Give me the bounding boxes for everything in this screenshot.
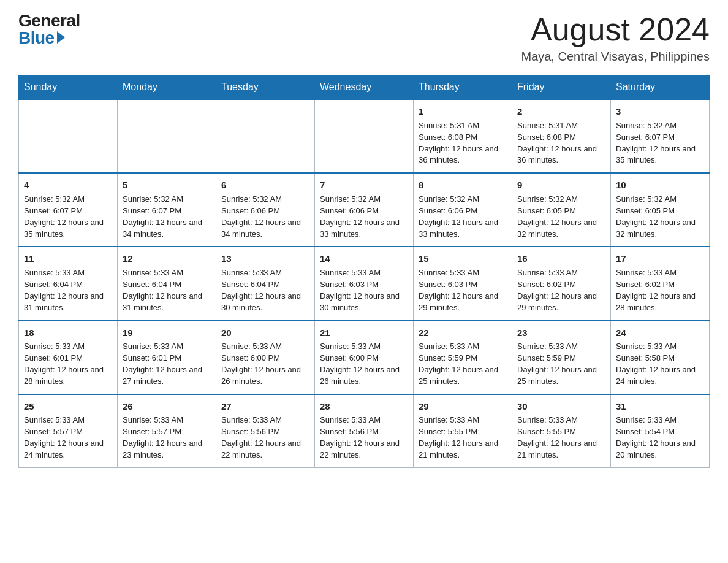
day-info: Sunrise: 5:31 AM Sunset: 6:08 PM Dayligh… xyxy=(419,120,507,166)
calendar-cell: 30Sunrise: 5:33 AM Sunset: 5:55 PM Dayli… xyxy=(512,394,611,468)
day-info: Sunrise: 5:32 AM Sunset: 6:06 PM Dayligh… xyxy=(221,194,309,240)
day-info: Sunrise: 5:32 AM Sunset: 6:07 PM Dayligh… xyxy=(616,120,704,166)
calendar-cell: 25Sunrise: 5:33 AM Sunset: 5:57 PM Dayli… xyxy=(19,394,118,468)
day-info: Sunrise: 5:33 AM Sunset: 5:58 PM Dayligh… xyxy=(616,341,704,387)
logo-triangle-icon xyxy=(57,31,65,44)
calendar-cell: 26Sunrise: 5:33 AM Sunset: 5:57 PM Dayli… xyxy=(118,394,216,468)
day-info: Sunrise: 5:32 AM Sunset: 6:06 PM Dayligh… xyxy=(419,194,507,240)
day-number: 21 xyxy=(320,326,408,340)
day-number: 17 xyxy=(616,252,704,266)
calendar-header-row: SundayMondayTuesdayWednesdayThursdayFrid… xyxy=(19,75,710,100)
day-number: 6 xyxy=(221,178,309,192)
title-area: August 2024 Maya, Central Visayas, Phili… xyxy=(521,12,710,64)
day-info: Sunrise: 5:32 AM Sunset: 6:06 PM Dayligh… xyxy=(320,194,408,240)
logo-blue-text: Blue xyxy=(18,29,55,47)
day-info: Sunrise: 5:31 AM Sunset: 6:08 PM Dayligh… xyxy=(517,120,605,166)
logo-general-text: General xyxy=(18,12,80,29)
day-info: Sunrise: 5:33 AM Sunset: 5:54 PM Dayligh… xyxy=(616,415,704,461)
day-number: 8 xyxy=(419,178,507,192)
day-info: Sunrise: 5:33 AM Sunset: 6:04 PM Dayligh… xyxy=(221,267,309,313)
calendar-cell: 19Sunrise: 5:33 AM Sunset: 6:01 PM Dayli… xyxy=(118,321,216,394)
calendar-cell: 16Sunrise: 5:33 AM Sunset: 6:02 PM Dayli… xyxy=(512,247,611,320)
location-title: Maya, Central Visayas, Philippines xyxy=(521,50,710,64)
day-number: 29 xyxy=(419,400,507,413)
calendar-week-row: 25Sunrise: 5:33 AM Sunset: 5:57 PM Dayli… xyxy=(19,394,710,468)
weekday-header-wednesday: Wednesday xyxy=(315,75,414,100)
calendar-cell xyxy=(19,99,118,173)
calendar-week-row: 11Sunrise: 5:33 AM Sunset: 6:04 PM Dayli… xyxy=(19,247,710,320)
day-number: 11 xyxy=(24,252,112,266)
day-number: 22 xyxy=(419,326,507,340)
day-info: Sunrise: 5:33 AM Sunset: 5:56 PM Dayligh… xyxy=(320,415,408,461)
day-info: Sunrise: 5:32 AM Sunset: 6:05 PM Dayligh… xyxy=(517,194,605,240)
calendar-cell: 1Sunrise: 5:31 AM Sunset: 6:08 PM Daylig… xyxy=(414,99,512,173)
calendar-cell: 15Sunrise: 5:33 AM Sunset: 6:03 PM Dayli… xyxy=(414,247,512,320)
day-info: Sunrise: 5:33 AM Sunset: 6:01 PM Dayligh… xyxy=(123,341,211,387)
day-info: Sunrise: 5:33 AM Sunset: 6:03 PM Dayligh… xyxy=(320,267,408,313)
calendar-cell: 18Sunrise: 5:33 AM Sunset: 6:01 PM Dayli… xyxy=(19,321,118,394)
calendar-week-row: 4Sunrise: 5:32 AM Sunset: 6:07 PM Daylig… xyxy=(19,173,710,247)
day-number: 24 xyxy=(616,326,704,340)
day-info: Sunrise: 5:33 AM Sunset: 5:57 PM Dayligh… xyxy=(123,415,211,461)
calendar-cell: 31Sunrise: 5:33 AM Sunset: 5:54 PM Dayli… xyxy=(611,394,710,468)
calendar-week-row: 1Sunrise: 5:31 AM Sunset: 6:08 PM Daylig… xyxy=(19,99,710,173)
calendar-cell: 3Sunrise: 5:32 AM Sunset: 6:07 PM Daylig… xyxy=(611,99,710,173)
day-info: Sunrise: 5:33 AM Sunset: 5:57 PM Dayligh… xyxy=(24,415,112,461)
calendar-cell: 29Sunrise: 5:33 AM Sunset: 5:55 PM Dayli… xyxy=(414,394,512,468)
day-info: Sunrise: 5:33 AM Sunset: 5:59 PM Dayligh… xyxy=(517,341,605,387)
day-number: 18 xyxy=(24,326,112,340)
day-number: 7 xyxy=(320,178,408,192)
calendar-cell: 13Sunrise: 5:33 AM Sunset: 6:04 PM Dayli… xyxy=(216,247,315,320)
weekday-header-tuesday: Tuesday xyxy=(216,75,315,100)
day-number: 4 xyxy=(24,178,112,192)
day-number: 13 xyxy=(221,252,309,266)
calendar-cell: 5Sunrise: 5:32 AM Sunset: 6:07 PM Daylig… xyxy=(118,173,216,247)
day-number: 15 xyxy=(419,252,507,266)
day-number: 16 xyxy=(517,252,605,266)
calendar-cell xyxy=(216,99,315,173)
day-info: Sunrise: 5:32 AM Sunset: 6:07 PM Dayligh… xyxy=(123,194,211,240)
weekday-header-saturday: Saturday xyxy=(611,75,710,100)
day-number: 31 xyxy=(616,400,704,413)
logo: General Blue xyxy=(18,12,80,47)
day-info: Sunrise: 5:32 AM Sunset: 6:05 PM Dayligh… xyxy=(616,194,704,240)
day-info: Sunrise: 5:33 AM Sunset: 6:04 PM Dayligh… xyxy=(123,267,211,313)
calendar-cell: 2Sunrise: 5:31 AM Sunset: 6:08 PM Daylig… xyxy=(512,99,611,173)
day-info: Sunrise: 5:33 AM Sunset: 5:59 PM Dayligh… xyxy=(419,341,507,387)
calendar-cell: 11Sunrise: 5:33 AM Sunset: 6:04 PM Dayli… xyxy=(19,247,118,320)
day-number: 26 xyxy=(123,400,211,413)
day-number: 12 xyxy=(123,252,211,266)
calendar-week-row: 18Sunrise: 5:33 AM Sunset: 6:01 PM Dayli… xyxy=(19,321,710,394)
calendar-cell: 10Sunrise: 5:32 AM Sunset: 6:05 PM Dayli… xyxy=(611,173,710,247)
day-info: Sunrise: 5:33 AM Sunset: 5:55 PM Dayligh… xyxy=(517,415,605,461)
day-number: 14 xyxy=(320,252,408,266)
calendar-cell: 14Sunrise: 5:33 AM Sunset: 6:03 PM Dayli… xyxy=(315,247,414,320)
day-number: 9 xyxy=(517,178,605,192)
calendar-cell xyxy=(315,99,414,173)
day-info: Sunrise: 5:33 AM Sunset: 6:02 PM Dayligh… xyxy=(517,267,605,313)
day-number: 2 xyxy=(517,105,605,118)
month-title: August 2024 xyxy=(521,12,710,47)
calendar-cell: 9Sunrise: 5:32 AM Sunset: 6:05 PM Daylig… xyxy=(512,173,611,247)
calendar-cell: 24Sunrise: 5:33 AM Sunset: 5:58 PM Dayli… xyxy=(611,321,710,394)
weekday-header-monday: Monday xyxy=(118,75,216,100)
weekday-header-friday: Friday xyxy=(512,75,611,100)
calendar-cell: 22Sunrise: 5:33 AM Sunset: 5:59 PM Dayli… xyxy=(414,321,512,394)
calendar-cell: 28Sunrise: 5:33 AM Sunset: 5:56 PM Dayli… xyxy=(315,394,414,468)
weekday-header-sunday: Sunday xyxy=(19,75,118,100)
weekday-header-thursday: Thursday xyxy=(414,75,512,100)
day-info: Sunrise: 5:32 AM Sunset: 6:07 PM Dayligh… xyxy=(24,194,112,240)
day-number: 20 xyxy=(221,326,309,340)
calendar-cell: 12Sunrise: 5:33 AM Sunset: 6:04 PM Dayli… xyxy=(118,247,216,320)
calendar-cell: 23Sunrise: 5:33 AM Sunset: 5:59 PM Dayli… xyxy=(512,321,611,394)
day-info: Sunrise: 5:33 AM Sunset: 5:55 PM Dayligh… xyxy=(419,415,507,461)
day-number: 1 xyxy=(419,105,507,118)
day-info: Sunrise: 5:33 AM Sunset: 5:56 PM Dayligh… xyxy=(221,415,309,461)
day-info: Sunrise: 5:33 AM Sunset: 6:00 PM Dayligh… xyxy=(221,341,309,387)
day-number: 23 xyxy=(517,326,605,340)
day-number: 30 xyxy=(517,400,605,413)
calendar-cell: 27Sunrise: 5:33 AM Sunset: 5:56 PM Dayli… xyxy=(216,394,315,468)
calendar-table: SundayMondayTuesdayWednesdayThursdayFrid… xyxy=(18,75,710,468)
day-number: 28 xyxy=(320,400,408,413)
day-number: 5 xyxy=(123,178,211,192)
